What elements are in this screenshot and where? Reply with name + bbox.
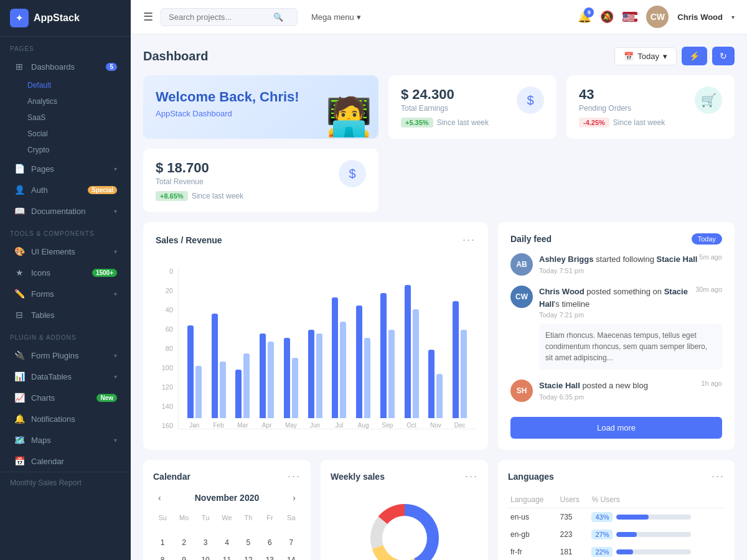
dashboard-header: Dashboard 📅 Today ▾ ⚡ ↻ <box>143 47 735 65</box>
sidebar-item-documentation[interactable]: 📖 Documentation ▾ <box>4 201 127 221</box>
cal-prev-button[interactable]: ‹ <box>153 492 166 504</box>
cal-grid: SuMoTuWeThFrSa12345678910111213141516171… <box>153 511 301 560</box>
bar-label-8: Sep <box>382 422 393 429</box>
filter-button[interactable]: ⚡ <box>682 47 707 65</box>
header: ☰ 🔍 Mega menu ▾ 🔔 9 🔕 🇺🇸 CW Chris Wood ▾ <box>131 0 747 34</box>
sidebar-item-charts[interactable]: 📈 Charts New <box>4 388 127 408</box>
notif-count: 9 <box>584 7 594 17</box>
sidebar-item-calendar[interactable]: 📅 Calendar <box>4 451 127 471</box>
refresh-button[interactable]: ↻ <box>712 47 735 65</box>
cal-day-10[interactable]: 4 <box>217 535 236 550</box>
user-name[interactable]: Chris Wood <box>677 12 723 22</box>
sidebar-label-datatables: DataTables <box>31 372 108 381</box>
cal-day-12[interactable]: 6 <box>260 535 279 550</box>
cal-day-17[interactable]: 11 <box>217 553 236 560</box>
sidebar-item-auth[interactable]: 👤 Auth Special <box>4 180 127 200</box>
sidebar-item-notifications[interactable]: 🔔 Notifications <box>4 409 127 429</box>
feed-item-2: SH Stacie Hall posted a new blog 1h ago … <box>510 380 722 402</box>
cal-header-Tu: Tu <box>196 511 215 524</box>
cal-day-11[interactable]: 5 <box>239 535 258 550</box>
sidebar-item-analytics[interactable]: Analytics <box>0 93 131 110</box>
bar-group-1: Feb <box>208 314 230 429</box>
feed-time-0: Today 7:51 pm <box>539 267 722 274</box>
search-input[interactable] <box>169 12 268 22</box>
cal-day-18[interactable]: 12 <box>239 553 258 560</box>
weekly-menu[interactable]: ··· <box>465 470 478 483</box>
lang-menu[interactable]: ··· <box>712 470 725 483</box>
sidebar: ✦ AppStack Pages ⊞ Dashboards 5 Default … <box>0 0 131 560</box>
feed-content-0: Ashley Briggs started following Stacie H… <box>539 253 722 276</box>
orders-icon: 🛒 <box>695 86 722 114</box>
stat-top-earnings: $ 24.300 Total Earnings $ <box>401 86 544 114</box>
sidebar-item-pages[interactable]: 📄 Pages ▾ <box>4 159 127 179</box>
sidebar-section-pages: Pages <box>0 37 131 56</box>
sidebar-item-dashboards[interactable]: ⊞ Dashboards 5 <box>4 57 127 77</box>
sidebar-item-maps[interactable]: 🗺️ Maps ▾ <box>4 430 127 450</box>
filter-icon: ⚡ <box>689 51 700 61</box>
notifications-button[interactable]: 🔔 9 <box>578 10 591 24</box>
languages-card: Languages ··· Language Users % Users en-… <box>498 460 735 560</box>
cal-header-Su: Su <box>153 511 172 524</box>
donut-container <box>331 492 478 560</box>
sidebar-item-crypto[interactable]: Crypto <box>0 142 131 158</box>
lang-col-language: Language <box>508 492 557 508</box>
cal-day-16[interactable]: 10 <box>196 553 215 560</box>
sidebar-item-default[interactable]: Default <box>0 77 131 93</box>
today-button[interactable]: 📅 Today ▾ <box>614 47 677 65</box>
sidebar-item-icons[interactable]: ★ Icons 1500+ <box>4 263 127 282</box>
sidebar-item-ui-elements[interactable]: 🎨 UI Elements ▾ <box>4 241 127 261</box>
auth-icon: 👤 <box>14 185 25 195</box>
alerts-button[interactable]: 🔕 <box>600 10 614 24</box>
sidebar-label-maps: Maps <box>31 436 108 445</box>
sidebar-item-tables[interactable]: ⊟ Tables <box>4 305 127 325</box>
sidebar-item-social[interactable]: Social <box>0 126 131 142</box>
cal-day-15[interactable]: 9 <box>174 553 193 560</box>
main-area: ☰ 🔍 Mega menu ▾ 🔔 9 🔕 🇺🇸 CW Chris Wood ▾… <box>131 0 747 560</box>
sidebar-item-form-plugins[interactable]: 🔌 Form Plugins ▾ <box>4 345 127 365</box>
y-label-5: 60 <box>156 325 173 333</box>
cal-day-9[interactable]: 3 <box>196 535 215 550</box>
cal-day-19[interactable]: 13 <box>260 553 279 560</box>
bar-group-11: Dec <box>449 301 471 429</box>
logo-text: AppStack <box>34 12 80 24</box>
cal-day-7[interactable]: 1 <box>153 535 172 550</box>
cal-day-6 <box>282 526 301 533</box>
sidebar-label-icons: Icons <box>31 268 86 278</box>
user-chevron[interactable]: ▾ <box>731 14 735 21</box>
lang-name-0: en-us <box>508 508 557 526</box>
cal-next-button[interactable]: › <box>288 492 301 504</box>
chart-menu[interactable]: ··· <box>463 233 476 246</box>
cal-day-8[interactable]: 2 <box>174 535 193 550</box>
cal-day-20[interactable]: 14 <box>282 553 301 560</box>
bar-primary-6 <box>332 297 338 418</box>
bar-primary-7 <box>356 306 362 418</box>
cal-day-13[interactable]: 7 <box>282 535 301 550</box>
bars-1 <box>208 314 230 418</box>
logo-icon: ✦ <box>10 9 29 27</box>
sidebar-item-saas[interactable]: SaaS <box>0 110 131 126</box>
maps-chevron: ▾ <box>114 437 117 444</box>
calendar-menu[interactable]: ··· <box>288 470 301 483</box>
sidebar-item-forms[interactable]: ✏️ Forms ▾ <box>4 284 127 304</box>
search-box[interactable]: 🔍 <box>161 8 298 26</box>
orders-label: Pending Orders <box>579 104 631 113</box>
mega-menu-button[interactable]: Mega menu ▾ <box>305 9 367 26</box>
bars-5 <box>304 330 326 418</box>
feed-title: Daily feed <box>510 234 552 244</box>
cal-day-14[interactable]: 8 <box>153 553 172 560</box>
sidebar-item-datatables[interactable]: 📊 DataTables ▾ <box>4 366 127 386</box>
stat-top-revenue: $ 18.700 Total Revenue $ <box>156 160 366 187</box>
revenue-icon: $ <box>339 160 366 187</box>
feed-quote-1: Etiam rhoncus. Maecenas tempus, tellus e… <box>539 324 722 370</box>
load-more-button[interactable]: Load more <box>510 417 722 439</box>
feed-time-2: Today 6:35 pm <box>539 393 722 401</box>
notif-icon: 🔔 <box>14 414 25 424</box>
language-selector[interactable]: 🇺🇸 <box>622 12 637 22</box>
lang-header: Languages ··· <box>508 470 725 483</box>
monthly-report-link[interactable]: Monthly Sales Report <box>0 472 131 493</box>
dashboard-controls: 📅 Today ▾ ⚡ ↻ <box>614 47 735 65</box>
hamburger-button[interactable]: ☰ <box>143 10 153 24</box>
earnings-label: Total Earnings <box>401 104 454 113</box>
sidebar-label-tables: Tables <box>31 310 117 320</box>
chart-bars: JanFebMarAprMayJunJulAugSepOctNovDec <box>178 268 476 429</box>
